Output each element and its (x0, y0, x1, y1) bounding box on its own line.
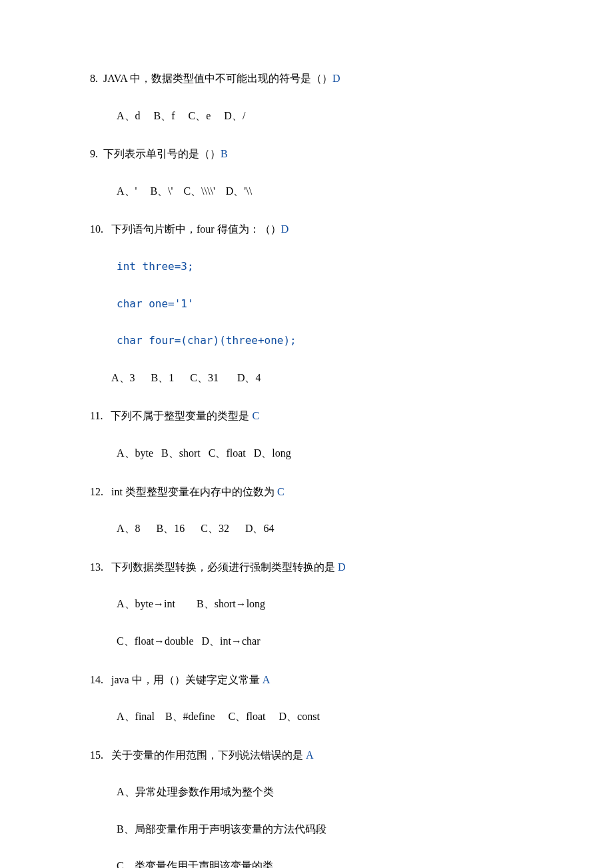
question-10-options: A、3 B、1 C、31 D、4 (90, 369, 533, 387)
question-13-stem: 13. 下列数据类型转换，必须进行强制类型转换的是 D (90, 559, 533, 576)
question-14-answer: A (263, 674, 271, 685)
question-15-text: 关于变量的作用范围，下列说法错误的是 (111, 749, 306, 761)
question-12-number: 12. (90, 486, 111, 497)
question-10-code-3: char four=(char)(three+one); (90, 332, 533, 349)
question-12-text: int 类型整型变量在内存中的位数为 (111, 486, 277, 497)
question-13-text: 下列数据类型转换，必须进行强制类型转换的是 (111, 561, 338, 573)
page: 8. JAVA 中，数据类型值中不可能出现的符号是（）D A、d B、f C、e… (0, 0, 613, 868)
question-10-number: 10. (90, 223, 111, 235)
question-14: 14. java 中，用（）关键字定义常量 A A、final B、#defin… (90, 671, 533, 725)
question-9-number: 9. (90, 148, 103, 159)
question-8-options: A、d B、f C、e D、/ (90, 107, 533, 125)
question-12-answer: C (277, 486, 285, 497)
question-11-stem: 11. 下列不属于整型变量的类型是 C (90, 407, 533, 425)
question-8-text: JAVA 中，数据类型值中不可能出现的符号是（） (103, 73, 332, 84)
question-15-answer: A (306, 749, 314, 761)
question-10-code-2: char one='1' (90, 295, 533, 313)
question-8: 8. JAVA 中，数据类型值中不可能出现的符号是（）D A、d B、f C、e… (90, 70, 533, 124)
question-12: 12. int 类型整型变量在内存中的位数为 C A、8 B、16 C、32 D… (90, 483, 533, 537)
question-14-stem: 14. java 中，用（）关键字定义常量 A (90, 671, 533, 689)
question-10-text: 下列语句片断中，four 得值为：（） (111, 223, 281, 235)
question-12-options: A、8 B、16 C、32 D、64 (90, 520, 533, 537)
question-9-answer: B (221, 148, 228, 159)
question-10-code-1: int three=3; (90, 258, 533, 275)
question-8-number: 8. (90, 73, 103, 84)
question-10-stem: 10. 下列语句片断中，four 得值为：（）D (90, 221, 533, 238)
question-15: 15. 关于变量的作用范围，下列说法错误的是 A A、异常处理参数作用域为整个类… (90, 747, 533, 868)
question-13-options-row1: A、byte→int B、short→long (90, 595, 533, 613)
question-11-text: 下列不属于整型变量的类型是 (111, 410, 252, 421)
question-12-stem: 12. int 类型整型变量在内存中的位数为 C (90, 483, 533, 501)
question-10-answer: D (281, 223, 289, 235)
question-9-options: A、' B、\' C、\\\\' D、'\\ (90, 183, 533, 200)
question-11-answer: C (252, 410, 259, 421)
question-8-stem: 8. JAVA 中，数据类型值中不可能出现的符号是（）D (90, 70, 533, 87)
question-8-answer: D (332, 73, 340, 84)
question-13-options-row2: C、float→double D、int→char (90, 633, 533, 650)
question-15-options: A、异常处理参数作用域为整个类 B、局部变量作用于声明该变量的方法代码段 C、类… (90, 783, 533, 868)
question-9-stem: 9. 下列表示单引号的是（）B (90, 145, 533, 163)
question-10: 10. 下列语句片断中，four 得值为：（）D int three=3; ch… (90, 221, 533, 386)
question-15-option-a: A、异常处理参数作用域为整个类 (117, 783, 533, 801)
question-11-options: A、byte B、short C、float D、long (90, 445, 533, 462)
question-11-number: 11. (90, 410, 111, 421)
question-13-answer: D (338, 561, 346, 573)
question-9: 9. 下列表示单引号的是（）B A、' B、\' C、\\\\' D、'\\ (90, 145, 533, 199)
question-15-option-c: C、类变量作用于声明该变量的类 (117, 857, 533, 868)
question-11: 11. 下列不属于整型变量的类型是 C A、byte B、short C、flo… (90, 407, 533, 461)
question-14-number: 14. (90, 674, 111, 685)
question-13-number: 13. (90, 561, 111, 573)
question-15-option-b: B、局部变量作用于声明该变量的方法代码段 (117, 821, 533, 838)
question-14-text: java 中，用（）关键字定义常量 (111, 674, 263, 685)
question-15-stem: 15. 关于变量的作用范围，下列说法错误的是 A (90, 747, 533, 764)
question-14-options: A、final B、#define C、float D、const (90, 708, 533, 725)
question-13: 13. 下列数据类型转换，必须进行强制类型转换的是 D A、byte→int B… (90, 559, 533, 650)
question-15-number: 15. (90, 749, 111, 761)
question-9-text: 下列表示单引号的是（） (103, 148, 221, 159)
